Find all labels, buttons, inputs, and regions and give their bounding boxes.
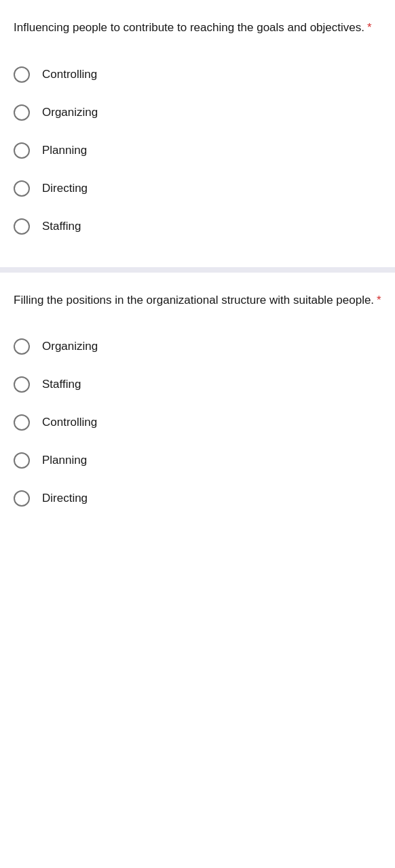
- question-2-required: *: [377, 294, 381, 307]
- question-1-body: Influencing people to contribute to reac…: [14, 21, 364, 34]
- question-1-text: Influencing people to contribute to reac…: [14, 19, 381, 37]
- option-label-q2-staffing: Staffing: [42, 378, 81, 391]
- radio-q1-controlling[interactable]: [14, 66, 30, 83]
- question-2-body: Filling the positions in the organizatio…: [14, 294, 374, 307]
- option-label-q2-directing: Directing: [42, 492, 88, 505]
- option-label-q1-organizing: Organizing: [42, 106, 98, 119]
- option-label-q1-staffing: Staffing: [42, 220, 81, 233]
- radio-q1-organizing[interactable]: [14, 104, 30, 121]
- radio-q2-staffing[interactable]: [14, 376, 30, 393]
- question-2-options: Organizing Staffing Controlling Planning…: [14, 328, 381, 517]
- option-label-q1-planning: Planning: [42, 144, 87, 157]
- radio-q1-planning[interactable]: [14, 142, 30, 159]
- question-2-text: Filling the positions in the organizatio…: [14, 292, 381, 309]
- option-q2-planning[interactable]: Planning: [14, 441, 381, 479]
- option-q2-staffing[interactable]: Staffing: [14, 366, 381, 403]
- section-divider: [0, 267, 395, 273]
- radio-q2-directing[interactable]: [14, 490, 30, 507]
- radio-q1-staffing[interactable]: [14, 218, 30, 235]
- option-q1-directing[interactable]: Directing: [14, 170, 381, 208]
- option-q2-organizing[interactable]: Organizing: [14, 328, 381, 366]
- option-label-q2-controlling: Controlling: [42, 416, 97, 429]
- radio-q2-controlling[interactable]: [14, 414, 30, 431]
- option-label-q2-planning: Planning: [42, 454, 87, 467]
- radio-q2-organizing[interactable]: [14, 338, 30, 355]
- option-q1-staffing[interactable]: Staffing: [14, 208, 381, 245]
- question-1-options: Controlling Organizing Planning Directin…: [14, 56, 381, 245]
- option-label-q1-directing: Directing: [42, 182, 88, 195]
- question-1-required: *: [367, 21, 372, 34]
- radio-q2-planning[interactable]: [14, 452, 30, 469]
- option-label-q2-organizing: Organizing: [42, 340, 98, 353]
- option-q1-controlling[interactable]: Controlling: [14, 56, 381, 94]
- option-q1-organizing[interactable]: Organizing: [14, 94, 381, 132]
- option-q2-directing[interactable]: Directing: [14, 479, 381, 517]
- radio-q1-directing[interactable]: [14, 180, 30, 197]
- question-1-section: Influencing people to contribute to reac…: [0, 0, 395, 267]
- option-q2-controlling[interactable]: Controlling: [14, 403, 381, 441]
- question-2-section: Filling the positions in the organizatio…: [0, 273, 395, 540]
- option-label-q1-controlling: Controlling: [42, 68, 97, 81]
- option-q1-planning[interactable]: Planning: [14, 132, 381, 170]
